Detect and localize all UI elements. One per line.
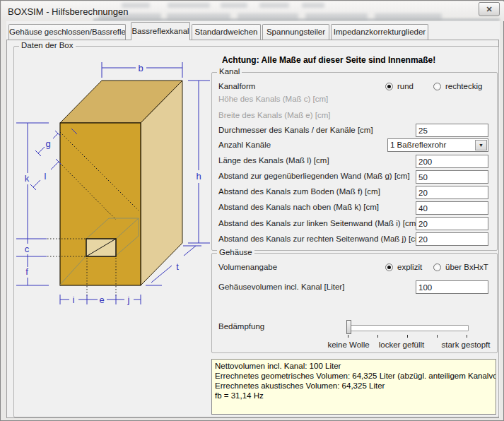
result-geometrisches-volumen: Errechnetes geometrisches Volumen: 64,32… [215, 371, 493, 381]
abstand-boden-label: Abstand des Kanals zum Boden (Maß f) [cm… [218, 187, 380, 196]
slider-tick [437, 335, 438, 338]
radio-rund[interactable] [385, 83, 393, 90]
durchmesser-label: Durchmesser des Kanals / der Kanäle [cm] [218, 126, 373, 134]
close-icon: ✕ [486, 6, 492, 13]
tab-standardweichen[interactable]: Standardweichen [192, 24, 261, 40]
slider-label-stark-gestopft: stark gestopft [441, 340, 490, 349]
radio-rechteckig[interactable] [433, 83, 441, 90]
abstand-rechts-label: Abstand des Kanals zur rechten Seitenwan… [218, 235, 424, 243]
dialog-window: BOXSIM - Hilfsberechnungen ✕ Gehäuse ges… [0, 0, 504, 421]
abstand-oben-label: Abstand des Kanals nach oben (Maß k) [cm… [218, 203, 379, 211]
laenge-kanal-label: Länge des Kanals (Maß l) [cm] [218, 156, 329, 165]
radio-rechteckig-label[interactable]: rechteckig [445, 82, 482, 90]
close-button[interactable]: ✕ [479, 2, 500, 16]
abstand-oben-input[interactable] [416, 201, 488, 215]
background-window-artifact [221, 3, 247, 8]
groupbox-gehaeuse-title: Gehäuse [217, 248, 254, 256]
gehaeusevolumen-input[interactable] [416, 280, 488, 294]
results-box: Nettovolumen incl. Kanal: 100 Liter Erre… [211, 359, 496, 415]
tab-gehaeuse-geschlossen-bassreflex[interactable]: Gehäuse geschlossen/Bassreflex [8, 24, 126, 40]
result-akustisches-volumen: Errechnetes akustisches Volumen: 64,325 … [215, 381, 493, 391]
radio-explizit[interactable] [385, 263, 393, 271]
dim-label-e: e [99, 295, 104, 305]
kanalform-label: Kanalform [218, 82, 255, 90]
slider-label-locker-gefuellt: locker gefüllt [379, 340, 425, 349]
result-nettovolumen: Nettovolumen incl. Kanal: 100 Liter [215, 361, 493, 371]
slider-tick [348, 335, 348, 338]
laenge-kanal-input[interactable] [416, 155, 488, 168]
anzahl-kanaele-label: Anzahl Kanäle [218, 141, 271, 149]
abstand-rechts-input[interactable] [416, 232, 488, 246]
radio-ueber-bxhxt-label[interactable]: über BxHxT [445, 263, 488, 271]
groupbox-kanal-title: Kanal [217, 67, 242, 76]
groupbox-daten-der-box-title: Daten der Box [19, 41, 76, 49]
radio-ueber-bxhxt[interactable] [433, 263, 441, 271]
background-window-artifact [302, 3, 324, 8]
box-diagram: b h k c f g l i e j t [16, 53, 210, 412]
background-window-artifact [259, 3, 289, 8]
bedaempfung-slider-thumb[interactable] [346, 320, 351, 334]
inner-dimensions-notice: Achtung: Alle Maße auf dieser Seite sind… [222, 55, 435, 65]
tab-bassreflexkanal-active[interactable]: Bassreflexkanal [131, 22, 190, 40]
hoehe-kanal-label-disabled: Höhe des Kanals (Maß c) [cm] [218, 95, 328, 103]
slider-label-keine-wolle: keine Wolle [327, 340, 369, 349]
abstand-boden-input[interactable] [416, 186, 488, 199]
abstand-links-input[interactable] [416, 217, 488, 230]
abstand-links-label: Abstand des Kanals zur linken Seitenwand… [218, 219, 418, 227]
bedaempfung-slider-track[interactable] [347, 325, 469, 331]
dim-label-l: l [45, 171, 47, 182]
abstand-gegenueber-input[interactable] [416, 170, 488, 184]
result-fb: fb = 31,14 Hz [215, 391, 493, 401]
background-window-artifact [168, 3, 210, 8]
gehaeusevolumen-label: Gehäusevolumen incl. Kanal [Liter] [218, 283, 344, 291]
dim-label-h: h [196, 171, 201, 182]
anzahl-kanaele-dropdown[interactable]: 1 Baßreflexrohr ▼ [387, 138, 488, 152]
abstand-gegenueber-label: Abstand zur gegenüberliegenden Wand (Maß… [218, 172, 410, 180]
slider-tick [467, 335, 467, 338]
radio-explizit-label[interactable]: explizit [397, 263, 422, 271]
chevron-down-icon: ▼ [479, 143, 484, 148]
radio-rund-label[interactable]: rund [397, 82, 414, 90]
dim-label-k: k [25, 173, 30, 184]
dim-label-b: b [138, 63, 143, 73]
slider-tick [407, 335, 408, 338]
dim-label-i: i [73, 295, 75, 305]
dim-label-f: f [25, 266, 28, 277]
durchmesser-input[interactable] [416, 124, 488, 137]
volumenangabe-label: Volumenangabe [218, 263, 277, 271]
tab-impedanzkorrekturglieder[interactable]: Impedanzkorrekturglieder [331, 24, 428, 40]
title-bar[interactable]: BOXSIM - Hilfsberechnungen [1, 1, 504, 21]
dropdown-button[interactable]: ▼ [475, 140, 487, 150]
bedaempfung-label: Bedämpfung [218, 322, 264, 331]
dim-label-g: g [45, 138, 50, 149]
window-title: BOXSIM - Hilfsberechnungen [8, 6, 129, 17]
anzahl-kanaele-selected-value: 1 Baßreflexrohr [390, 141, 446, 149]
tab-spannungsteiler[interactable]: Spannungsteiler [262, 24, 329, 40]
dim-label-t: t [176, 261, 179, 272]
slider-tick [377, 335, 378, 338]
breite-kanal-label-disabled: Breite des Kanals (Maß e) [cm] [218, 111, 331, 119]
dim-label-c: c [25, 244, 30, 254]
dim-label-j: j [127, 295, 130, 305]
